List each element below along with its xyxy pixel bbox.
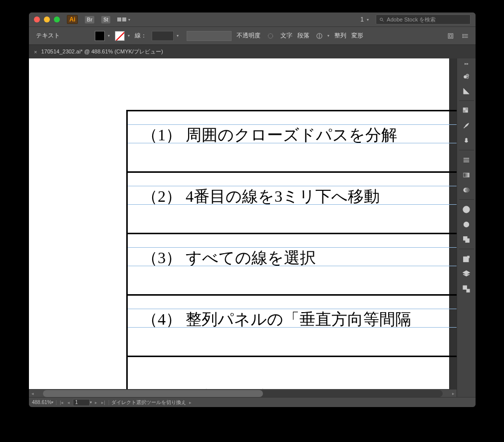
svg-point-27 <box>465 223 467 225</box>
status-bar: 488.61% ▾ | |◂ ◂ ▾ ▸ ▸| | ダイレクト選択ツールを切り換… <box>29 397 476 407</box>
zoom-level[interactable]: 488.61% <box>32 400 51 405</box>
scroll-thumb[interactable] <box>43 390 263 397</box>
svg-point-0 <box>380 18 383 20</box>
stroke-panel-icon[interactable] <box>459 153 474 167</box>
isolate-icon[interactable] <box>446 31 456 41</box>
stroke-swatch[interactable] <box>115 31 125 41</box>
gradient-panel-icon[interactable] <box>459 168 474 182</box>
svg-rect-21 <box>464 173 469 177</box>
layers-panel-icon[interactable] <box>459 267 474 281</box>
workspace-selector[interactable]: 1 ▾ <box>360 16 369 23</box>
document-tab-bar: × 170514_2302.ai* @ 488.61% (CMYK/プレビュー) <box>29 44 476 58</box>
table-row: （4） 整列パネルの「垂直方向等間隔 <box>126 296 457 357</box>
svg-rect-14 <box>463 107 465 109</box>
first-artboard-button[interactable]: |◂ <box>59 400 64 405</box>
svg-rect-15 <box>466 107 468 109</box>
flyout-icon[interactable]: ▸ <box>188 400 193 405</box>
svg-rect-17 <box>466 110 468 112</box>
chevron-down-icon[interactable]: ▾ <box>327 33 329 38</box>
chevron-down-icon[interactable]: ▾ <box>177 33 179 38</box>
fill-swatch[interactable] <box>95 31 105 41</box>
row-text[interactable]: （3） すべての線を選択 <box>142 249 316 267</box>
baseline-guide <box>128 143 457 143</box>
svg-rect-16 <box>463 110 465 112</box>
maximize-window-button[interactable] <box>54 16 60 22</box>
recolor-icon[interactable] <box>265 31 275 41</box>
svg-rect-32 <box>467 289 470 292</box>
control-bar: テキスト ▾ ▾ 線： ▾ 不透明度 文字 段落 ▾ 整列 変形 <box>29 26 476 44</box>
bridge-badge[interactable]: Br <box>85 16 94 23</box>
appearance-panel-icon[interactable] <box>459 217 474 231</box>
svg-point-25 <box>463 206 470 213</box>
align-dropdown-icon[interactable] <box>314 31 324 41</box>
baseline-guide <box>128 247 457 248</box>
workspace-number: 1 <box>360 16 364 23</box>
stock-search-input[interactable] <box>387 16 467 22</box>
list-icon[interactable] <box>461 31 471 41</box>
search-icon <box>379 17 384 22</box>
scroll-left-button[interactable]: ◂ <box>29 391 36 396</box>
canvas-viewport[interactable]: （1） 周囲のクローズドパスを分解 （2） 4番目の線を3ミリ下へ移動 （3） … <box>29 58 457 397</box>
svg-point-9 <box>463 35 463 36</box>
brushes-panel-icon[interactable] <box>459 118 474 132</box>
last-artboard-button[interactable]: ▸| <box>100 400 106 405</box>
app-badge-illustrator: Ai <box>67 15 78 24</box>
table-row: （1） 周囲のクローズドパスを分解 <box>126 111 457 173</box>
align-panel-link[interactable]: 整列 <box>334 31 346 40</box>
row-text[interactable]: （4） 整列パネルの「垂直方向等間隔 <box>142 310 411 328</box>
object-type-label: テキスト <box>36 31 60 40</box>
color-panel-icon[interactable] <box>459 69 474 83</box>
expand-dock-icon[interactable]: ▸▸ <box>465 61 469 66</box>
scroll-track[interactable] <box>43 390 443 397</box>
transparency-panel-icon[interactable] <box>459 183 474 197</box>
color-guide-panel-icon[interactable] <box>459 84 474 98</box>
chevron-down-icon[interactable]: ▾ <box>108 33 110 38</box>
opacity-label[interactable]: 不透明度 <box>237 31 260 40</box>
layout-switcher[interactable]: ▾ <box>117 17 130 22</box>
baseline-guide <box>128 309 457 309</box>
svg-rect-31 <box>463 286 467 289</box>
stock-search-box[interactable] <box>376 14 471 24</box>
row-text[interactable]: （2） 4番目の線を3ミリ下へ移動 <box>142 187 380 205</box>
svg-rect-29 <box>466 239 469 242</box>
artboards-panel-icon[interactable] <box>459 282 474 296</box>
stroke-weight-input[interactable] <box>152 31 174 41</box>
app-window: Ai Br St ▾ 1 ▾ テキスト ▾ ▾ 線： ▾ 不透明度 <box>29 12 476 407</box>
main-area: （1） 周囲のクローズドパスを分解 （2） 4番目の線を3ミリ下へ移動 （3） … <box>29 58 476 397</box>
prev-artboard-button[interactable]: ◂ <box>66 400 71 405</box>
scroll-right-button[interactable]: ▸ <box>450 391 457 396</box>
control-bar-right-icons <box>446 31 471 41</box>
cc-libraries-panel-icon[interactable] <box>459 202 474 216</box>
swatches-panel-icon[interactable] <box>459 103 474 117</box>
chevron-down-icon: ▾ <box>367 17 369 22</box>
stroke-label: 線： <box>135 31 147 40</box>
row-text[interactable]: （1） 周囲のクローズドパスを分解 <box>142 126 397 144</box>
baseline-guide <box>128 266 457 266</box>
artboard: （1） 周囲のクローズドパスを分解 （2） 4番目の線を3ミリ下へ移動 （3） … <box>29 58 449 391</box>
svg-point-8 <box>463 34 463 34</box>
baseline-guide <box>128 186 457 186</box>
paragraph-panel-link[interactable]: 段落 <box>297 31 309 40</box>
tool-hint-text: ダイレクト選択ツールを切り換え <box>111 399 186 406</box>
svg-point-13 <box>467 76 469 78</box>
chevron-down-icon[interactable]: ▾ <box>51 400 53 405</box>
opacity-bar[interactable] <box>187 31 232 41</box>
minimize-window-button[interactable] <box>44 16 50 22</box>
svg-rect-4 <box>448 33 453 38</box>
close-tab-button[interactable]: × <box>34 49 37 55</box>
stock-badge[interactable]: St <box>101 16 110 23</box>
horizontal-scrollbar[interactable]: ◂ ▸ <box>29 389 457 397</box>
symbols-panel-icon[interactable] <box>459 133 474 147</box>
next-artboard-button[interactable]: ▸ <box>94 400 98 405</box>
artboard-number-input[interactable] <box>73 399 90 406</box>
close-window-button[interactable] <box>34 16 40 22</box>
graphic-styles-panel-icon[interactable] <box>459 232 474 246</box>
chevron-down-icon[interactable]: ▾ <box>90 400 92 405</box>
export-panel-icon[interactable] <box>459 252 474 266</box>
baseline-guide <box>128 204 457 205</box>
chevron-down-icon[interactable]: ▾ <box>128 33 130 38</box>
table-grid: （1） 周囲のクローズドパスを分解 （2） 4番目の線を3ミリ下へ移動 （3） … <box>126 110 457 397</box>
character-panel-link[interactable]: 文字 <box>280 31 292 40</box>
transform-panel-link[interactable]: 変形 <box>351 31 363 40</box>
document-tab[interactable]: 170514_2302.ai* @ 488.61% (CMYK/プレビュー) <box>41 48 163 55</box>
